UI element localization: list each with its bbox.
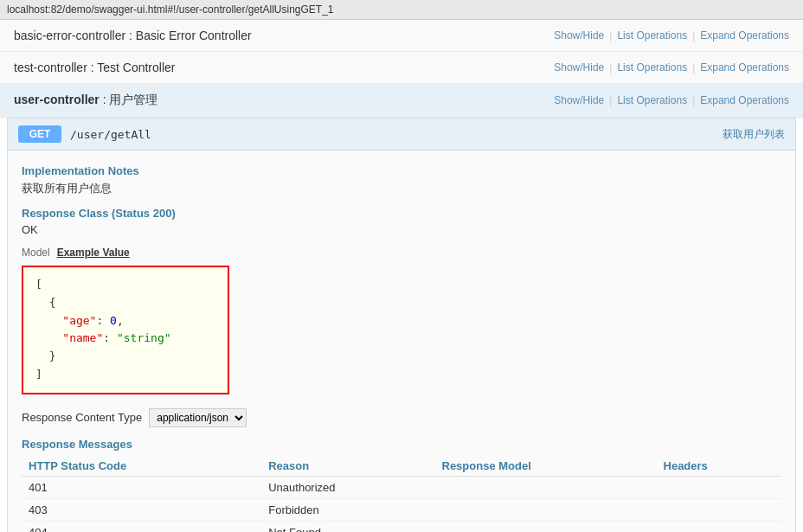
th-headers: Headers <box>657 456 781 477</box>
test-controller-row: test-controller : Test Controller Show/H… <box>0 52 803 84</box>
endpoint-path: /user/getAll <box>70 128 723 141</box>
model-tabs: Model Example Value <box>22 247 781 259</box>
response-content-type-select[interactable]: application/json <box>149 408 247 427</box>
code-example-box: [ { "age": 0, "name": "string" } ] <box>22 266 229 394</box>
method-badge: GET <box>18 125 61 143</box>
user-controller-desc: 用户管理 <box>109 93 157 106</box>
row-model <box>435 521 657 532</box>
code-line-5: } <box>35 348 215 366</box>
test-controller-title: test-controller : Test Controller <box>14 61 554 74</box>
basic-error-expand-ops[interactable]: Expand Operations <box>700 29 789 42</box>
response-messages-table: HTTP Status Code Reason Response Model H… <box>22 456 781 532</box>
response-class-section: Response Class (Status 200) OK <box>22 207 781 236</box>
test-expand-ops[interactable]: Expand Operations <box>700 61 789 74</box>
impl-notes-text: 获取所有用户信息 <box>22 181 781 196</box>
table-header-row: HTTP Status Code Reason Response Model H… <box>22 456 781 477</box>
response-class-title: Response Class (Status 200) <box>22 207 781 220</box>
endpoint-header: GET /user/getAll 获取用户列表 <box>8 119 795 151</box>
response-content-type-label: Response Content Type <box>22 411 142 424</box>
table-row: 401 Unauthorized <box>22 476 781 498</box>
test-controller-desc: Test Controller <box>97 61 175 74</box>
endpoint-body: Implementation Notes 获取所有用户信息 Response C… <box>8 151 795 532</box>
basic-error-controller-desc: Basic Error Controller <box>136 29 252 42</box>
test-show-hide[interactable]: Show/Hide <box>554 61 604 74</box>
table-row: 403 Forbidden <box>22 498 781 521</box>
user-list-ops[interactable]: List Operations <box>617 94 687 106</box>
row-reason: Unauthorized <box>261 476 434 498</box>
url-text: localhost:82/demo/swagger-ui.html#!/user… <box>7 3 334 16</box>
address-bar: localhost:82/demo/swagger-ui.html#!/user… <box>0 0 803 20</box>
test-list-ops[interactable]: List Operations <box>617 61 687 74</box>
row-model <box>435 498 657 521</box>
user-controller-actions: Show/Hide | List Operations | Expand Ope… <box>554 94 789 106</box>
row-model <box>435 476 657 498</box>
row-status-code: 403 <box>22 498 261 521</box>
row-reason: Forbidden <box>261 498 434 521</box>
row-status-code: 404 <box>22 521 261 532</box>
basic-error-list-ops[interactable]: List Operations <box>617 29 687 42</box>
endpoint-summary: 获取用户列表 <box>723 127 785 142</box>
model-label: Model <box>22 247 50 259</box>
test-controller-id: test-controller <box>14 61 87 74</box>
user-controller-id: user-controller <box>14 93 100 106</box>
user-controller-row: user-controller : 用户管理 Show/Hide | List … <box>0 84 803 118</box>
code-line-2: { <box>35 294 215 312</box>
example-value-tab[interactable]: Example Value <box>57 247 130 259</box>
table-row: 404 Not Found <box>22 521 781 532</box>
row-reason: Not Found <box>261 521 434 532</box>
code-line-1: [ <box>35 276 215 294</box>
basic-error-show-hide[interactable]: Show/Hide <box>554 29 604 42</box>
response-messages-title: Response Messages <box>22 438 781 451</box>
code-line-6: ] <box>35 366 215 384</box>
th-status-code: HTTP Status Code <box>22 456 261 477</box>
basic-error-controller-row: basic-error-controller : Basic Error Con… <box>0 20 803 52</box>
code-line-3: "age": 0, <box>35 312 215 330</box>
basic-error-controller-actions: Show/Hide | List Operations | Expand Ope… <box>554 29 789 42</box>
row-headers <box>657 498 781 521</box>
row-headers <box>657 476 781 498</box>
user-show-hide[interactable]: Show/Hide <box>554 94 604 106</box>
user-expand-ops[interactable]: Expand Operations <box>700 94 789 106</box>
basic-error-controller-id: basic-error-controller <box>14 29 125 42</box>
impl-notes-title: Implementation Notes <box>22 164 781 177</box>
code-line-4: "name": "string" <box>35 330 215 348</box>
row-status-code: 401 <box>22 476 261 498</box>
test-controller-actions: Show/Hide | List Operations | Expand Ope… <box>554 61 789 74</box>
th-reason: Reason <box>261 456 434 477</box>
main-content: basic-error-controller : Basic Error Con… <box>0 20 803 532</box>
response-content-type-section: Response Content Type application/json <box>22 408 781 427</box>
row-headers <box>657 521 781 532</box>
expanded-endpoint-section: GET /user/getAll 获取用户列表 Implementation N… <box>7 118 796 532</box>
th-response-model: Response Model <box>435 456 657 477</box>
basic-error-controller-title: basic-error-controller : Basic Error Con… <box>14 29 554 42</box>
user-controller-title: user-controller : 用户管理 <box>14 93 554 108</box>
response-class-value: OK <box>22 223 781 236</box>
